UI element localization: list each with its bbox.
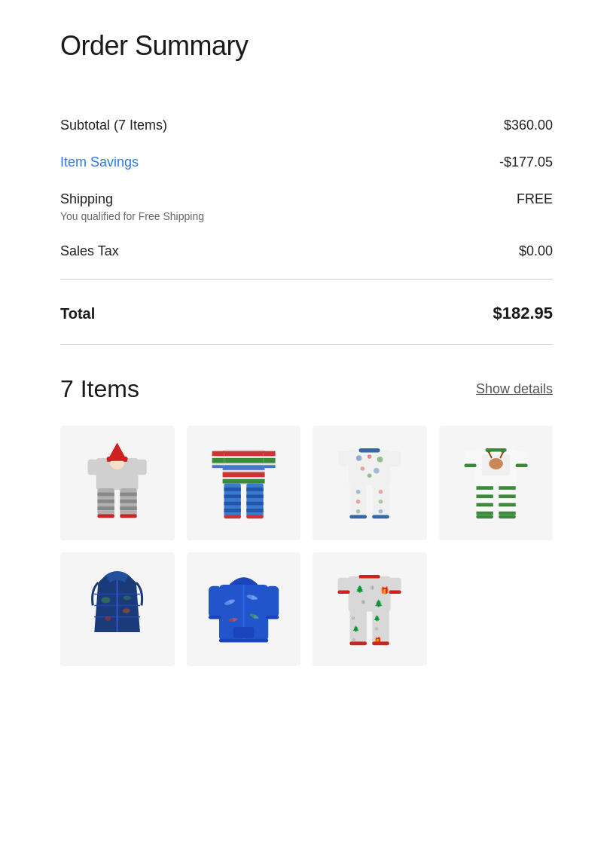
item-card-2[interactable] (187, 426, 301, 540)
svg-rect-78 (476, 495, 493, 499)
svg-rect-39 (246, 509, 263, 512)
svg-point-55 (356, 509, 361, 514)
svg-rect-75 (515, 464, 527, 468)
svg-rect-29 (263, 465, 275, 468)
svg-rect-49 (338, 451, 350, 467)
svg-rect-109 (209, 616, 221, 619)
show-details-button[interactable]: Show details (476, 381, 553, 397)
svg-text:❄: ❄ (370, 584, 375, 591)
total-value: $182.95 (493, 304, 553, 323)
divider-above-total (60, 279, 553, 280)
svg-text:🌲: 🌲 (355, 585, 364, 594)
savings-row: Item Savings -$177.05 (60, 144, 553, 181)
svg-point-45 (377, 457, 383, 462)
svg-rect-83 (499, 495, 515, 499)
svg-point-53 (356, 490, 361, 494)
empty-slot (439, 552, 554, 667)
svg-point-59 (379, 509, 383, 514)
order-summary-section: Subtotal (7 Items) $360.00 Item Savings … (60, 107, 553, 345)
svg-point-92 (102, 597, 111, 603)
svg-rect-98 (266, 585, 279, 617)
divider-below-total (60, 344, 553, 345)
shipping-label: Shipping (60, 191, 204, 207)
subtotal-value: $360.00 (504, 118, 553, 133)
svg-rect-19 (222, 465, 264, 470)
svg-text:❄: ❄ (352, 614, 356, 621)
svg-rect-86 (476, 515, 493, 519)
svg-rect-23 (212, 451, 224, 457)
svg-point-47 (374, 468, 379, 473)
svg-rect-122 (389, 590, 401, 594)
svg-rect-85 (499, 512, 515, 515)
svg-rect-12 (120, 506, 136, 510)
svg-point-43 (356, 455, 361, 460)
svg-rect-32 (224, 495, 240, 499)
svg-rect-79 (476, 503, 493, 507)
svg-rect-40 (224, 515, 240, 519)
item-card-4[interactable] (439, 426, 554, 540)
svg-rect-3 (88, 460, 98, 475)
subtotal-row: Subtotal (7 Items) $360.00 (60, 107, 553, 144)
items-section: 7 Items Show details (60, 375, 553, 666)
svg-rect-36 (246, 487, 263, 491)
total-label: Total (60, 305, 95, 322)
svg-point-95 (124, 595, 131, 600)
svg-rect-111 (219, 638, 268, 642)
svg-rect-24 (212, 458, 224, 463)
svg-rect-11 (120, 500, 136, 503)
svg-rect-77 (476, 486, 493, 490)
svg-rect-6 (98, 493, 114, 497)
total-row: Total $182.95 (60, 289, 553, 338)
svg-text:🎁: 🎁 (380, 586, 389, 595)
item-card-3[interactable] (313, 426, 427, 540)
svg-point-58 (379, 500, 383, 504)
svg-rect-7 (98, 500, 114, 503)
svg-rect-21 (222, 479, 264, 484)
svg-rect-14 (120, 515, 136, 518)
item-card-5[interactable] (60, 552, 175, 667)
svg-rect-121 (338, 590, 350, 594)
shipping-block: Shipping You qualified for Free Shipping (60, 191, 204, 222)
svg-rect-110 (266, 616, 279, 619)
item-card-6[interactable] (187, 552, 301, 667)
svg-rect-84 (499, 503, 515, 507)
svg-point-48 (367, 474, 372, 478)
item-card-1[interactable] (60, 426, 175, 540)
items-count: 7 Items (60, 375, 139, 403)
tax-value: $0.00 (519, 243, 553, 259)
svg-rect-34 (224, 509, 240, 512)
svg-point-54 (356, 500, 361, 504)
svg-point-46 (361, 466, 365, 471)
svg-point-44 (367, 454, 372, 459)
svg-rect-4 (137, 460, 147, 475)
svg-rect-20 (222, 472, 264, 478)
tax-row: Sales Tax $0.00 (60, 233, 553, 270)
svg-rect-13 (98, 515, 114, 518)
svg-rect-82 (499, 486, 515, 490)
svg-text:❄: ❄ (361, 598, 367, 606)
svg-text:❄: ❄ (374, 625, 379, 632)
svg-rect-80 (476, 512, 493, 515)
svg-text:🌲: 🌲 (352, 625, 360, 632)
svg-rect-31 (224, 487, 240, 491)
svg-rect-74 (464, 464, 476, 468)
savings-value: -$177.05 (499, 154, 553, 170)
shipping-sub-label: You qualified for Free Shipping (60, 210, 204, 222)
svg-rect-37 (246, 495, 263, 499)
svg-point-64 (489, 458, 503, 469)
items-header: 7 Items Show details (60, 375, 553, 403)
svg-rect-27 (263, 451, 275, 457)
svg-rect-33 (224, 502, 240, 506)
item-card-7[interactable]: 🌲 ❄ 🎁 ❄ 🌲 ❄ 🌲 ❄ (313, 552, 427, 667)
svg-point-94 (105, 616, 111, 620)
svg-rect-51 (359, 448, 380, 453)
tax-label: Sales Tax (60, 243, 119, 259)
svg-rect-41 (246, 515, 263, 519)
subtotal-label: Subtotal (7 Items) (60, 118, 167, 133)
svg-rect-97 (209, 585, 221, 617)
svg-rect-71 (485, 448, 506, 452)
svg-rect-108 (233, 627, 254, 638)
svg-rect-18 (222, 458, 264, 463)
shipping-row: Shipping You qualified for Free Shipping… (60, 181, 553, 233)
shipping-value: FREE (517, 191, 553, 207)
